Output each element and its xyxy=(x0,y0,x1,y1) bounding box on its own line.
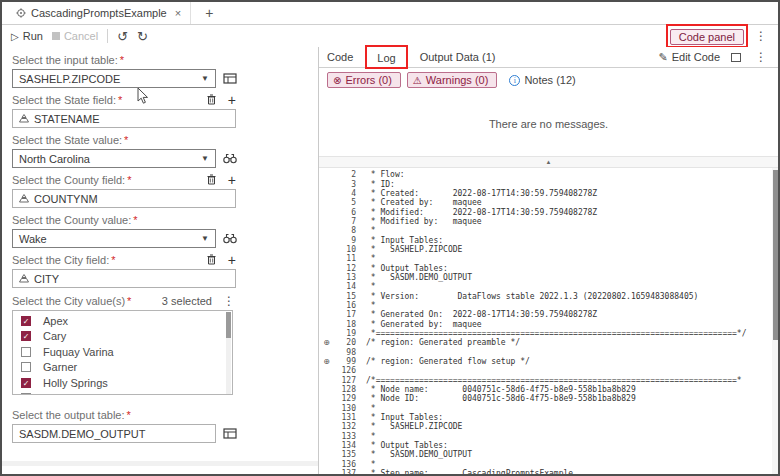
select-table-icon[interactable] xyxy=(223,73,237,85)
binoculars-icon[interactable] xyxy=(223,233,237,244)
add-field-icon[interactable]: + xyxy=(228,94,236,106)
log-line: ⊕99/* region: Generated flow setup */ xyxy=(319,357,778,366)
pencil-icon: ✎ xyxy=(658,51,667,64)
run-icon: ▷ xyxy=(11,31,19,42)
checkbox-unchecked[interactable] xyxy=(21,347,31,357)
notes-label: Notes (12) xyxy=(524,74,575,86)
city-field-input[interactable]: CITY xyxy=(12,269,236,288)
log-viewer[interactable]: 2 * Flow:3 * ID:4 * Created: 2022-08-17T… xyxy=(319,168,778,474)
county-value-select[interactable]: Wake ▼ xyxy=(12,229,216,248)
log-line-number: 136 xyxy=(334,460,356,469)
log-line-number: 131 xyxy=(334,413,356,422)
notes-filter-button[interactable]: i Notes (12) xyxy=(509,74,575,86)
clear-field-trash-icon[interactable] xyxy=(207,91,216,109)
log-line-text: * Modified: 2022-08-17T14:30:59.75940827… xyxy=(366,208,597,217)
list-scrollbar[interactable] xyxy=(226,312,231,394)
log-line: 134 * Output Tables: xyxy=(319,441,778,450)
input-table-select[interactable]: SASHELP.ZIPCODE ▼ xyxy=(12,69,216,88)
column-icon xyxy=(19,114,29,123)
checkbox-unchecked[interactable] xyxy=(21,362,31,372)
close-tab-icon[interactable]: × xyxy=(175,7,181,19)
state-value-value: North Carolina xyxy=(19,153,90,165)
checkbox-checked[interactable]: ✓ xyxy=(21,378,31,388)
annotation-box-log-tab: Log xyxy=(365,45,407,69)
city-option-row[interactable]: ✓Apex xyxy=(13,313,232,329)
errors-filter-button[interactable]: ⊗ Errors (0) xyxy=(327,72,401,88)
edit-code-label: Edit Code xyxy=(672,51,720,63)
warnings-filter-button[interactable]: ⚠ Warnings (0) xyxy=(407,72,498,88)
select-table-icon[interactable] xyxy=(223,428,237,440)
county-field-input[interactable]: COUNTYNM xyxy=(12,189,236,208)
log-line-number: 6 xyxy=(334,208,356,217)
city-values-menu-icon[interactable]: ⋮ xyxy=(220,294,238,308)
log-scrollbar[interactable] xyxy=(772,168,778,474)
log-line: 129 * Node ID: 0040751c-58d6-4f75-b8e9-5… xyxy=(319,394,778,403)
log-line: ⊕20/* region: Generated preamble */ xyxy=(319,338,778,347)
horizontal-scrollbar[interactable] xyxy=(2,461,318,466)
new-tab-button[interactable]: + xyxy=(191,2,227,24)
log-line-text: * Flow: xyxy=(366,170,405,179)
checkbox-checked[interactable]: ✓ xyxy=(21,316,31,326)
log-line-text: * xyxy=(366,226,376,235)
city-option-row[interactable]: ✓Cary xyxy=(13,329,232,345)
cancel-label: Cancel xyxy=(64,30,98,42)
log-line-number: 134 xyxy=(334,441,356,450)
code-panel-toggle-button[interactable]: Code panel xyxy=(670,29,744,45)
expand-region-icon[interactable]: ⊕ xyxy=(319,357,334,366)
city-values-list[interactable]: ✓Apex✓CaryFuquay VarinaGarner✓Holly Spri… xyxy=(12,310,233,395)
run-button[interactable]: ▷ Run xyxy=(11,30,43,42)
tab-code[interactable]: Code xyxy=(327,51,353,63)
state-field-input[interactable]: STATENAME xyxy=(12,109,236,128)
city-option-row[interactable]: Knightdale xyxy=(13,391,232,396)
log-line-number: 4 xyxy=(334,189,356,198)
output-table-input[interactable]: SASDM.DEMO_OUTPUT xyxy=(12,424,216,443)
tab-log[interactable]: Log xyxy=(377,52,395,64)
tab-cascading-prompts-example[interactable]: CascadingPromptsExample × xyxy=(7,2,191,24)
city-option-row[interactable]: ✓Holly Springs xyxy=(13,375,232,391)
add-field-icon[interactable]: + xyxy=(228,174,236,186)
log-line-number: 137 xyxy=(334,469,356,474)
list-scrollbar-thumb[interactable] xyxy=(226,312,231,338)
edit-code-button[interactable]: ✎ Edit Code xyxy=(658,51,720,64)
checkbox-checked[interactable]: ✓ xyxy=(21,331,31,341)
city-field-label: Select the City field: xyxy=(12,254,109,266)
expand-region-icon[interactable]: ⊕ xyxy=(319,338,334,347)
messages-area: There are no messages. xyxy=(319,92,778,156)
state-value-select[interactable]: North Carolina ▼ xyxy=(12,149,216,168)
more-options-icon[interactable]: ⋮ xyxy=(752,50,770,64)
collapse-messages-bar[interactable]: ▲ xyxy=(319,156,778,168)
log-line-text: * Generated On: 2022-08-17T14:30:59.7594… xyxy=(366,310,597,319)
more-options-icon[interactable]: ⋮ xyxy=(752,29,770,43)
log-line: 2 * Flow: xyxy=(319,170,778,179)
add-field-icon[interactable]: + xyxy=(228,254,236,266)
undo-icon[interactable]: ↺ xyxy=(117,29,128,44)
log-line-number: 16 xyxy=(334,301,356,310)
city-option-row[interactable]: Fuquay Varina xyxy=(13,344,232,360)
log-line-text: * Created: 2022-08-17T14:30:59.759408278… xyxy=(366,189,597,198)
collapse-arrow-icon: ▲ xyxy=(546,159,552,165)
tab-output-data[interactable]: Output Data (1) xyxy=(420,51,496,63)
city-option-label: Garner xyxy=(43,361,77,373)
clear-field-trash-icon[interactable] xyxy=(207,251,216,269)
log-line-text: * SASDM.DEMO_OUTPUT xyxy=(366,273,472,282)
log-line-text: /*======================================… xyxy=(366,376,742,385)
cancel-button: Cancel xyxy=(52,30,98,42)
warning-icon: ⚠ xyxy=(413,75,422,86)
mouse-cursor xyxy=(137,87,149,109)
log-scrollbar-thumb[interactable] xyxy=(773,170,778,340)
log-line-number: 5 xyxy=(334,198,356,207)
log-line-text: * Modified by: maquee xyxy=(366,217,482,226)
log-line-text: *=======================================… xyxy=(366,329,747,338)
log-line: 135 * SASDM.DEMO_OUTPUT xyxy=(319,450,778,459)
chevron-down-icon: ▼ xyxy=(201,234,209,243)
log-line: 128 * Node name: 0040751c-58d6-4f75-b8e9… xyxy=(319,385,778,394)
log-line-number: 135 xyxy=(334,450,356,459)
redo-icon[interactable]: ↻ xyxy=(137,29,148,44)
log-line-number: 8 xyxy=(334,226,356,235)
clear-field-trash-icon[interactable] xyxy=(207,171,216,189)
checkbox-unchecked[interactable] xyxy=(21,393,31,395)
log-line-text: * ID: xyxy=(366,180,395,189)
city-option-row[interactable]: Garner xyxy=(13,360,232,376)
open-window-icon[interactable] xyxy=(731,53,741,62)
binoculars-icon[interactable] xyxy=(223,153,237,164)
